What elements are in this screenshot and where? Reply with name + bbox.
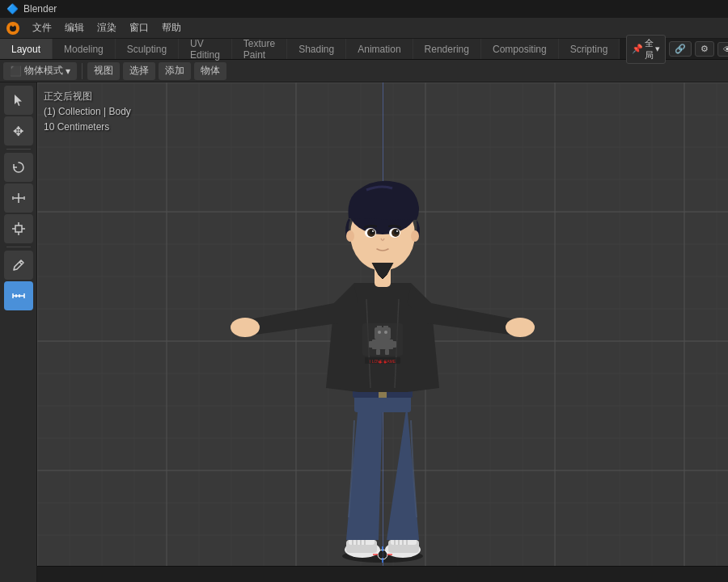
svg-rect-39 — [383, 326, 388, 329]
move-icon: ✥ — [13, 124, 23, 139]
toolbar-separator-2 — [6, 247, 31, 247]
view-menu-btn[interactable]: 视图 — [87, 62, 120, 80]
svg-rect-44 — [392, 341, 396, 348]
viewport-container: ✥ — [0, 82, 728, 582]
mode-select-btn[interactable]: ⬛ 物体模式 ▾ — [3, 62, 77, 80]
svg-rect-7 — [15, 226, 22, 232]
svg-point-50 — [384, 361, 387, 364]
svg-rect-43 — [369, 341, 373, 348]
mode-label: 物体模式 — [24, 64, 63, 78]
tab-scripting[interactable]: Scripting — [559, 39, 620, 59]
svg-line-12 — [19, 262, 22, 264]
view-global-btn[interactable]: 📌 全局 ▾ — [626, 35, 666, 64]
menu-help[interactable]: 帮助 — [155, 19, 188, 36]
workspace-tabs: Layout Modeling Sculpting UV Editing Tex… — [0, 39, 728, 60]
svg-rect-46 — [385, 349, 389, 355]
character-model: I LOVE GAME — [205, 162, 561, 566]
add-menu-btn[interactable]: 添加 — [159, 62, 191, 80]
object-label: 物体 — [201, 64, 220, 78]
select-label: 选择 — [129, 64, 149, 78]
model-container: I LOVE GAME — [37, 82, 728, 582]
chevron-down-icon: ▾ — [655, 44, 660, 54]
tab-shading[interactable]: Shading — [287, 39, 346, 59]
svg-rect-45 — [376, 349, 380, 355]
object-menu-btn[interactable]: 物体 — [194, 62, 226, 80]
svg-point-62 — [372, 230, 374, 232]
tab-modeling[interactable]: Modeling — [53, 39, 116, 59]
title-bar: 🔷 Blender — [0, 0, 728, 18]
menu-bar: 文件 编辑 渲染 窗口 帮助 — [0, 18, 728, 39]
toolbar-separator-1 — [82, 63, 83, 79]
add-label: 添加 — [165, 64, 184, 78]
tab-rendering[interactable]: Rendering — [413, 39, 481, 59]
title-text: Blender — [23, 3, 57, 15]
menu-render[interactable]: 渲染 — [91, 19, 123, 36]
svg-rect-38 — [377, 326, 382, 329]
svg-point-65 — [411, 230, 419, 242]
svg-point-61 — [394, 230, 399, 234]
cursor-tool-btn[interactable] — [4, 86, 33, 115]
svg-point-40 — [378, 331, 381, 334]
tab-sculpting[interactable]: Sculpting — [116, 39, 179, 59]
svg-point-64 — [346, 230, 354, 242]
global-label: 全局 — [645, 37, 654, 61]
svg-point-49 — [379, 361, 382, 364]
tab-uv-editing[interactable]: UV Editing — [179, 39, 232, 59]
svg-point-2 — [11, 23, 15, 27]
svg-point-63 — [396, 230, 398, 232]
tab-compositing[interactable]: Compositing — [481, 39, 559, 59]
blender-menu-logo — [3, 19, 23, 38]
svg-point-41 — [384, 331, 387, 334]
rotate-tool-btn[interactable] — [4, 153, 33, 182]
menu-window[interactable]: 窗口 — [123, 19, 155, 36]
settings-btn[interactable]: ⚙ — [695, 41, 714, 57]
header-toolbar: ⬛ 物体模式 ▾ 视图 选择 添加 物体 — [0, 60, 728, 82]
toolbar-separator — [6, 149, 31, 150]
select-menu-btn[interactable]: 选择 — [123, 62, 155, 80]
status-bar — [37, 566, 728, 582]
left-toolbar: ✥ — [0, 82, 37, 582]
cube-icon: ⬛ — [10, 65, 22, 77]
overlay-btn[interactable]: 👁 — [717, 42, 728, 57]
view-label: 视图 — [94, 64, 113, 78]
move-tool-btn[interactable]: ✥ — [4, 116, 33, 146]
svg-rect-37 — [375, 327, 391, 340]
scale-tool-btn[interactable] — [4, 183, 33, 213]
viewport[interactable]: 正交后视图 (1) Collection | Body 10 Centimete… — [37, 82, 728, 582]
svg-text:I LOVE GAME: I LOVE GAME — [370, 359, 396, 364]
measure-tool-btn[interactable] — [4, 281, 33, 310]
transform-tool-btn[interactable] — [4, 214, 33, 243]
pin-icon: 📌 — [632, 44, 643, 54]
annotate-tool-btn[interactable] — [4, 251, 33, 280]
tab-texture-paint[interactable]: Texture Paint — [232, 39, 287, 59]
svg-rect-42 — [372, 340, 393, 349]
svg-point-60 — [370, 230, 375, 234]
svg-point-51 — [231, 318, 260, 337]
menu-file[interactable]: 文件 — [26, 19, 58, 36]
dropdown-icon: ▾ — [66, 65, 70, 77]
menu-edit[interactable]: 编辑 — [58, 19, 91, 36]
tab-layout[interactable]: Layout — [0, 39, 53, 59]
tab-animation[interactable]: Animation — [346, 39, 413, 59]
blender-logo-icon: 🔷 — [6, 3, 19, 15]
link-btn[interactable]: 🔗 — [669, 41, 692, 57]
svg-point-52 — [506, 318, 535, 337]
workspace-tabs-right: 📌 全局 ▾ 🔗 ⚙ 👁 ⊕ — [620, 39, 728, 59]
